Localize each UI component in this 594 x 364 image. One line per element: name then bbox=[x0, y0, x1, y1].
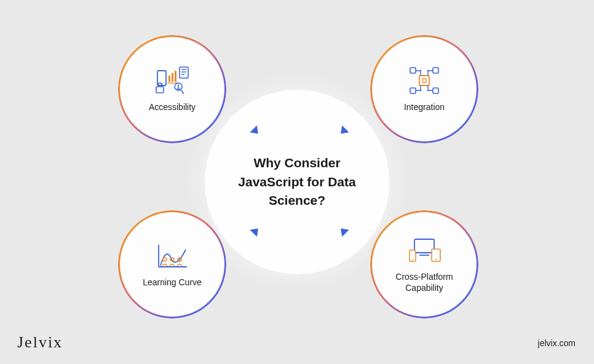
svg-point-20 bbox=[420, 90, 422, 92]
svg-rect-13 bbox=[422, 79, 426, 82]
center-circle: Why Consider JavaScript for Data Science… bbox=[205, 90, 389, 274]
accessibility-icon bbox=[155, 66, 189, 95]
node-cross-platform: Cross-Platform Capability bbox=[372, 212, 477, 317]
node-label-accessibility: Accessibility bbox=[140, 101, 204, 113]
node-learning-curve: Learning Curve bbox=[120, 212, 224, 317]
svg-point-24 bbox=[163, 258, 167, 261]
svg-rect-14 bbox=[410, 68, 416, 73]
svg-rect-16 bbox=[410, 88, 416, 93]
node-accessibility: Accessibility bbox=[120, 37, 224, 141]
center-title: Why Consider JavaScript for Data Science… bbox=[229, 154, 365, 210]
brand-url: jelvix.com bbox=[538, 338, 576, 348]
svg-rect-7 bbox=[180, 67, 188, 78]
svg-rect-12 bbox=[419, 76, 429, 85]
integration-icon bbox=[407, 66, 442, 95]
svg-rect-3 bbox=[168, 76, 170, 82]
node-label-learning-curve: Learning Curve bbox=[134, 277, 210, 288]
node-label-cross-platform: Cross-Platform Capability bbox=[372, 271, 477, 293]
learning-curve-icon bbox=[155, 241, 189, 271]
node-label-integration: Integration bbox=[395, 101, 453, 113]
svg-rect-4 bbox=[172, 73, 173, 82]
svg-rect-17 bbox=[433, 88, 438, 93]
svg-point-33 bbox=[435, 259, 437, 260]
svg-rect-15 bbox=[433, 68, 438, 73]
svg-rect-2 bbox=[156, 87, 164, 93]
svg-point-19 bbox=[427, 70, 429, 72]
cross-platform-icon bbox=[407, 235, 442, 265]
svg-point-21 bbox=[427, 90, 429, 92]
svg-rect-5 bbox=[175, 71, 176, 82]
svg-point-18 bbox=[420, 70, 422, 72]
node-integration: Integration bbox=[372, 37, 477, 141]
brand-logo: Jelvix bbox=[17, 333, 63, 352]
svg-point-31 bbox=[412, 259, 413, 260]
